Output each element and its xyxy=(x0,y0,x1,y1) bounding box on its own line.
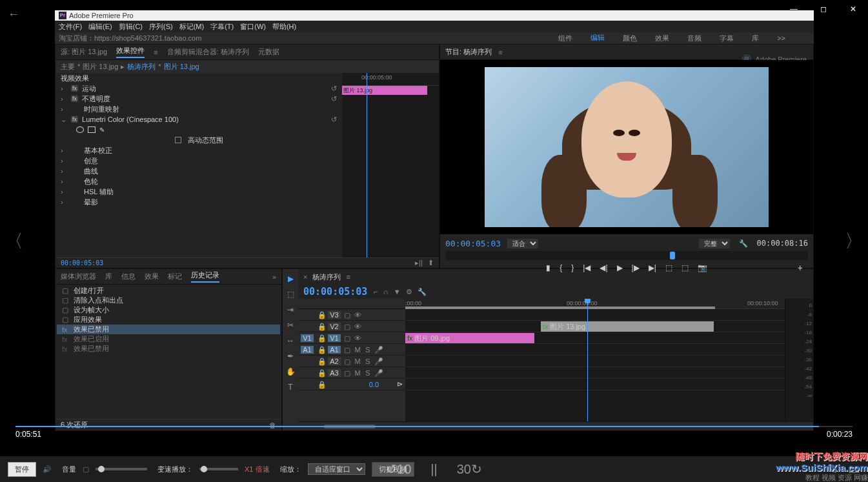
toggle-output-icon[interactable]: ▢ xyxy=(343,334,351,342)
tl-timecode[interactable]: 00:00:05:03 xyxy=(303,286,367,297)
history-item[interactable]: fx效果已启用 xyxy=(57,334,280,344)
pause-button[interactable]: 暂停 xyxy=(8,462,36,477)
ws-more[interactable]: >> xyxy=(774,33,788,43)
menu-clip[interactable]: 剪辑(C) xyxy=(119,22,143,32)
pm-add-button[interactable]: + xyxy=(798,263,803,273)
hand-tool-icon[interactable]: ✋ xyxy=(285,367,296,377)
menu-edit[interactable]: 编辑(E) xyxy=(88,22,112,32)
ws-libraries[interactable]: 库 xyxy=(749,32,762,45)
clip-v1[interactable]: fx 图片 09.jpg xyxy=(405,333,534,343)
ec-timecode[interactable]: 00:00:05:03 xyxy=(61,259,103,266)
bc-sequence[interactable]: 杨涛序列 xyxy=(127,62,156,72)
history-item[interactable]: ▢设为帧大小 xyxy=(57,305,280,315)
track-v3[interactable] xyxy=(405,309,785,321)
eye-icon[interactable]: 👁 xyxy=(354,323,361,330)
track-a3-header[interactable]: 🔒A3▢MS🎤 xyxy=(298,367,405,379)
history-item[interactable]: fx效果已禁用 xyxy=(57,344,280,354)
pause-icon[interactable]: || xyxy=(430,462,437,477)
ec-color-wheels[interactable]: ›色轮 xyxy=(56,176,342,186)
tl-zoom-bar[interactable] xyxy=(298,421,813,430)
reset-icon[interactable]: ↺ xyxy=(331,95,337,103)
history-item-selected[interactable]: fx效果已禁用 xyxy=(57,325,280,334)
timeline-tracks[interactable]: :00:00 00:00:05:00 00:00:10:00 fx 图片 13.… xyxy=(405,299,785,421)
toggle-output-icon[interactable]: ▢ xyxy=(343,323,351,330)
sequence-name[interactable]: 杨涛序列 xyxy=(312,272,341,282)
track-v1-header[interactable]: V1🔒V1▢👁 xyxy=(298,332,405,344)
track-master[interactable] xyxy=(405,379,785,390)
ec-lumetri[interactable]: ⌄fxLumetri Color (Cinespace 100)↺ xyxy=(56,114,342,125)
menu-marker[interactable]: 标记(M) xyxy=(179,22,205,32)
mic-icon[interactable]: 🎤 xyxy=(374,357,382,365)
ec-playhead[interactable] xyxy=(367,73,367,257)
track-v2-header[interactable]: 🔒V2▢👁 xyxy=(298,321,405,332)
tl-ruler[interactable]: :00:00 00:00:05:00 00:00:10:00 xyxy=(405,299,785,309)
ws-titles[interactable]: 字幕 xyxy=(717,32,736,45)
mic-icon[interactable]: 🎤 xyxy=(374,369,382,377)
track-v1[interactable]: fx 图片 09.jpg xyxy=(405,332,785,344)
bc-clip2[interactable]: 图片 13.jpg xyxy=(164,62,199,72)
eye-icon[interactable]: 👁 xyxy=(354,311,361,319)
tl-settings-icon[interactable]: ⚙ xyxy=(406,288,412,296)
ec-hdr[interactable]: 高动态范围 xyxy=(56,135,342,145)
tl-wrench-icon[interactable]: 🔧 xyxy=(418,288,427,296)
ec-vignette[interactable]: ›晕影 xyxy=(56,197,342,207)
mic-icon[interactable]: 🎤 xyxy=(374,346,382,354)
track-select-tool-icon[interactable]: ⬚ xyxy=(285,290,296,300)
track-a1[interactable] xyxy=(405,344,785,356)
tl-link-icon[interactable]: ∩ xyxy=(383,288,389,296)
pm-goto-out-icon[interactable]: ▶| xyxy=(649,263,656,272)
history-item[interactable]: ▢创建/打开 xyxy=(57,286,280,296)
lock-icon[interactable]: 🔒 xyxy=(318,369,325,377)
ws-effects[interactable]: 效果 xyxy=(652,32,672,45)
gallery-prev[interactable]: 〈 xyxy=(5,229,23,254)
speed-slider[interactable] xyxy=(199,468,238,470)
tab-effects[interactable]: 效果 xyxy=(145,272,159,281)
track-a1-header[interactable]: A1🔒A1▢MS🎤 xyxy=(298,344,405,356)
ec-motion[interactable]: ›fx运动↺ xyxy=(56,83,342,94)
eye-icon[interactable]: 👁 xyxy=(354,334,361,342)
tab-libraries[interactable]: 库 xyxy=(105,272,112,281)
volume-slider[interactable] xyxy=(96,468,147,470)
ec-hsl[interactable]: ›HSL 辅助 xyxy=(56,186,342,197)
pm-marker-icon[interactable]: ▮ xyxy=(546,263,550,272)
tab-history[interactable]: 历史记录 xyxy=(191,270,219,283)
track-a3[interactable] xyxy=(405,367,785,379)
tab-metadata[interactable]: 元数据 xyxy=(258,47,279,57)
ec-curves[interactable]: ›曲线 xyxy=(56,166,342,176)
rewind-10-icon[interactable]: ↺10 xyxy=(386,461,411,477)
ec-creative[interactable]: ›创意 xyxy=(56,156,342,166)
tab-effect-controls[interactable]: 效果控件 xyxy=(116,46,145,58)
hdr-checkbox[interactable] xyxy=(175,137,181,143)
trash-icon[interactable]: 🗑 xyxy=(269,421,276,429)
history-item[interactable]: ▢清除入点和出点 xyxy=(57,296,280,305)
gallery-next[interactable]: 〉 xyxy=(845,229,863,254)
wrench-icon[interactable]: 🔧 xyxy=(739,239,748,248)
menu-window[interactable]: 窗口(W) xyxy=(240,22,266,32)
tl-marker-icon[interactable]: ▼ xyxy=(394,288,401,296)
menu-file[interactable]: 文件(F) xyxy=(59,22,82,32)
tab-info[interactable]: 信息 xyxy=(121,272,136,281)
back-arrow[interactable]: ← xyxy=(8,8,19,21)
airplay-icon[interactable]: ▢ xyxy=(83,465,89,474)
ec-time-remap[interactable]: ›时间重映射 xyxy=(56,104,342,114)
slip-tool-icon[interactable]: ↔ xyxy=(285,336,296,346)
track-a2[interactable] xyxy=(405,356,785,367)
pm-out-icon[interactable]: } xyxy=(571,263,574,272)
speaker-icon[interactable]: 🔊 xyxy=(43,465,52,474)
track-v2[interactable]: fx 图片 13.jpg xyxy=(405,321,785,332)
tl-playhead[interactable] xyxy=(587,299,588,421)
type-tool-icon[interactable]: T xyxy=(285,383,296,393)
pen-tool-icon[interactable]: ✒ xyxy=(285,352,296,362)
lock-icon[interactable]: 🔒 xyxy=(318,311,325,319)
pm-timecode-left[interactable]: 00:00:05:03 xyxy=(445,239,501,248)
ws-audio[interactable]: 音频 xyxy=(685,32,704,45)
pen-mask-icon[interactable]: ✎ xyxy=(99,126,105,134)
razor-tool-icon[interactable]: ✂ xyxy=(285,321,296,331)
pm-step-fwd-icon[interactable]: |▶ xyxy=(632,263,640,272)
menu-title[interactable]: 字幕(T) xyxy=(210,22,234,32)
pm-export-frame-icon[interactable]: 📷 xyxy=(698,263,707,272)
tab-markers[interactable]: 标记 xyxy=(168,272,182,281)
clip-v2[interactable]: fx 图片 13.jpg xyxy=(541,321,714,332)
track-v3-header[interactable]: 🔒V3▢👁 xyxy=(298,309,405,321)
track-a2-header[interactable]: 🔒A2▢MS🎤 xyxy=(298,356,405,367)
